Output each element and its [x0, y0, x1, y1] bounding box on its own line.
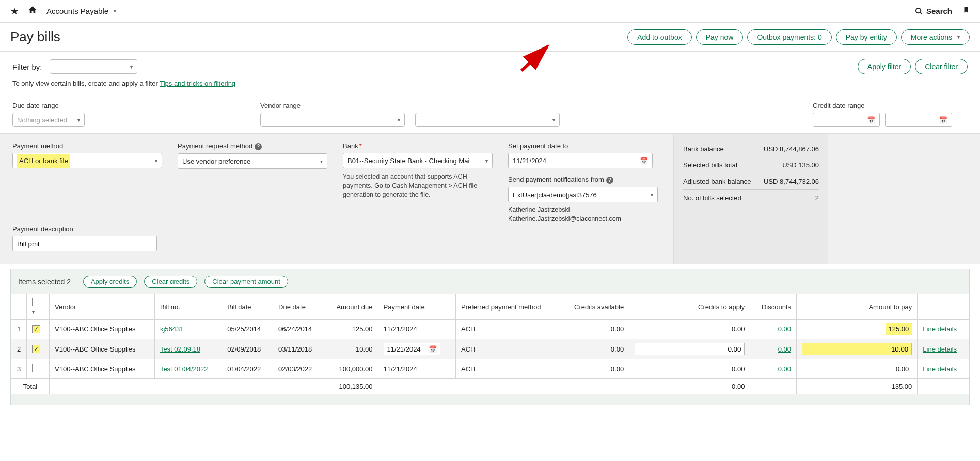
chevron-down-icon[interactable]: ▾	[32, 309, 35, 315]
home-icon[interactable]	[28, 5, 37, 17]
col-payment-date[interactable]: Payment date	[378, 294, 455, 320]
module-name[interactable]: Accounts Payable	[46, 7, 108, 15]
total-amount-due: 100,135.00	[324, 379, 378, 394]
header-row: Pay bills Add to outbox Pay now Outbox p…	[0, 23, 980, 52]
payment-date-label: Set payment date to	[508, 142, 658, 150]
payment-date-input[interactable]: 11/21/2024 📅	[508, 153, 653, 168]
line-details-link[interactable]: Line details	[923, 345, 957, 353]
line-details-link[interactable]: Line details	[923, 325, 957, 333]
clear-credits-button[interactable]: Clear credits	[144, 276, 197, 288]
apply-credits-button[interactable]: Apply credits	[83, 276, 137, 288]
notif-from-label: Send payment notifications from?	[508, 176, 658, 184]
col-bill-date[interactable]: Bill date	[222, 294, 273, 320]
bookmark-icon[interactable]	[962, 5, 970, 17]
calendar-icon: 📅	[867, 116, 875, 124]
chevron-down-icon[interactable]: ▾	[114, 8, 116, 14]
add-to-outbox-button[interactable]: Add to outbox	[627, 29, 691, 45]
table-row: 3 V100--ABC Office Supplies Test 01/04/2…	[11, 359, 969, 379]
col-amount-pay[interactable]: Amount to pay	[797, 294, 918, 320]
selected-total-label: Selected bills total	[683, 161, 737, 169]
due-date-range-select[interactable]: Nothing selected▾	[12, 113, 85, 127]
adjusted-balance-label: Adjusted bank balance	[683, 178, 751, 185]
col-credits-avail[interactable]: Credits available	[560, 294, 629, 320]
discounts-link[interactable]: 0.00	[778, 365, 791, 373]
bills-count-label: No. of bills selected	[683, 194, 741, 202]
search-label: Search	[926, 7, 952, 15]
vendor-range-label: Vendor range	[260, 102, 792, 109]
bank-label: Bank*	[343, 142, 493, 150]
payment-description-label: Payment description	[12, 225, 162, 233]
discounts-link[interactable]: 0.00	[778, 325, 791, 333]
svg-point-0	[916, 8, 921, 13]
payment-method-select[interactable]: ACH or bank file ▾	[12, 153, 162, 168]
total-label: Total	[11, 379, 50, 394]
help-icon[interactable]: ?	[255, 143, 262, 150]
bills-table: ▾ Vendor Bill no. Bill date Due date Amo…	[11, 294, 969, 394]
vendor-cell: V100--ABC Office Supplies	[50, 339, 155, 359]
discounts-link[interactable]: 0.00	[778, 345, 791, 353]
payment-method-label: Payment method	[12, 142, 162, 150]
amount-to-pay-input[interactable]	[802, 343, 912, 355]
credit-date-to[interactable]: 📅	[885, 113, 952, 127]
row-checkbox[interactable]	[32, 364, 40, 372]
col-bill-no[interactable]: Bill no.	[154, 294, 222, 320]
vendor-range-to[interactable]: ▾	[415, 113, 560, 127]
items-selected-label: Items selected 2	[18, 278, 71, 286]
bill-no-link[interactable]: kj56431	[160, 325, 184, 333]
table-row: 1 V100--ABC Office Supplies kj56431 05/2…	[11, 320, 969, 339]
filter-select[interactable]: ▾	[50, 59, 137, 74]
col-amount-due[interactable]: Amount due	[324, 294, 378, 320]
chevron-down-icon: ▾	[957, 34, 960, 40]
filter-hint: To only view certain bills, create and a…	[12, 80, 968, 87]
payment-date-cell[interactable]: 11/21/2024📅	[384, 343, 440, 355]
apply-filter-button[interactable]: Apply filter	[858, 59, 911, 74]
sender-info: Katherine Jastrzebski Katherine.Jastrzeb…	[508, 205, 658, 224]
vendor-cell: V100--ABC Office Supplies	[50, 320, 155, 339]
col-pref-method[interactable]: Preferred payment method	[455, 294, 560, 320]
star-icon[interactable]: ★	[10, 6, 19, 17]
search-button[interactable]: Search	[915, 7, 952, 15]
selected-total-value: USD 135.00	[782, 161, 819, 169]
calendar-icon: 📅	[939, 116, 947, 124]
total-credits-apply: 0.00	[629, 379, 750, 394]
bill-no-link[interactable]: Test 02.09.18	[160, 345, 200, 353]
vendor-cell: V100--ABC Office Supplies	[50, 359, 155, 379]
clear-payment-amount-button[interactable]: Clear payment amount	[204, 276, 288, 288]
credits-apply-input[interactable]	[635, 343, 745, 355]
vendor-range-from[interactable]: ▾	[260, 113, 405, 127]
outbox-payments-button[interactable]: Outbox payments: 0	[747, 29, 831, 45]
bills-grid-section: Items selected 2 Apply credits Clear cre…	[10, 269, 970, 405]
col-vendor[interactable]: Vendor	[50, 294, 155, 320]
filter-tips-link[interactable]: Tips and tricks on filtering	[160, 80, 235, 87]
col-discounts[interactable]: Discounts	[750, 294, 797, 320]
page-title: Pay bills	[10, 29, 60, 45]
payment-request-method-label: Payment request method?	[178, 142, 327, 150]
payment-description-input[interactable]	[12, 236, 157, 251]
svg-line-1	[920, 12, 922, 14]
col-due-date[interactable]: Due date	[273, 294, 324, 320]
more-actions-button[interactable]: More actions ▾	[901, 29, 970, 45]
col-credits-apply[interactable]: Credits to apply	[629, 294, 750, 320]
top-bar: ★ Accounts Payable ▾ Search	[0, 0, 980, 23]
bank-balance-label: Bank balance	[683, 145, 724, 153]
credit-date-from[interactable]: 📅	[813, 113, 880, 127]
select-all-checkbox[interactable]	[32, 298, 40, 306]
row-checkbox[interactable]	[32, 345, 40, 353]
bank-hint: You selected an account that supports AC…	[343, 172, 493, 200]
notif-from-select[interactable]: ExtUser|cla-demo|jast37576▾	[508, 187, 658, 202]
line-details-link[interactable]: Line details	[923, 365, 957, 373]
filter-section: Filter by: ▾ Apply filter Clear filter T…	[0, 52, 980, 89]
row-checkbox[interactable]	[32, 325, 40, 333]
pay-now-button[interactable]: Pay now	[696, 29, 744, 45]
payment-section: Payment method ACH or bank file ▾ Paymen…	[0, 133, 980, 264]
total-amount-pay: 135.00	[797, 379, 918, 394]
help-icon[interactable]: ?	[606, 177, 613, 184]
due-date-range-label: Due date range	[12, 102, 240, 109]
calendar-icon: 📅	[640, 157, 648, 165]
clear-filter-button[interactable]: Clear filter	[915, 59, 968, 74]
bank-select[interactable]: B01--Security State Bank - Checking Mai▾	[343, 153, 493, 168]
adjusted-balance-value: USD 8,744,732.06	[764, 178, 819, 185]
pay-by-entity-button[interactable]: Pay by entity	[836, 29, 897, 45]
bill-no-link[interactable]: Test 01/04/2022	[160, 365, 208, 373]
payment-request-method-select[interactable]: Use vendor preference▾	[178, 153, 327, 169]
